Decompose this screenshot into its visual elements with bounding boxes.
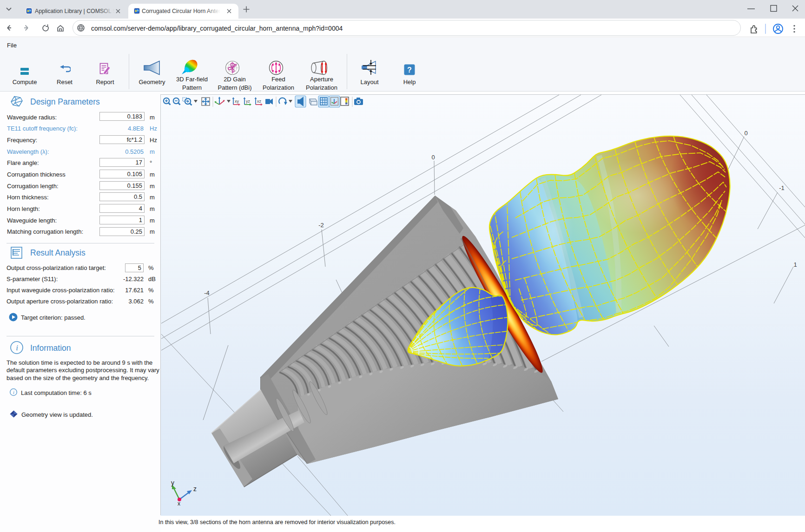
svg-text:y: y [171, 479, 174, 486]
svg-text:i: i [13, 390, 14, 395]
svg-text:z: z [193, 485, 197, 493]
svg-text:xz: xz [257, 99, 262, 104]
svg-text:-2: -2 [318, 222, 324, 229]
svg-text:?: ? [407, 66, 412, 74]
svg-text:0: 0 [431, 154, 435, 161]
svg-text:yz: yz [246, 99, 251, 104]
svg-text:i: i [16, 343, 18, 352]
svg-text:-1: -1 [779, 184, 785, 191]
svg-text:0: 0 [744, 130, 747, 137]
svg-text:xy: xy [235, 99, 239, 104]
svg-text:1: 1 [793, 261, 797, 268]
svg-text:-4: -4 [204, 289, 210, 296]
svg-text:x: x [178, 500, 180, 507]
